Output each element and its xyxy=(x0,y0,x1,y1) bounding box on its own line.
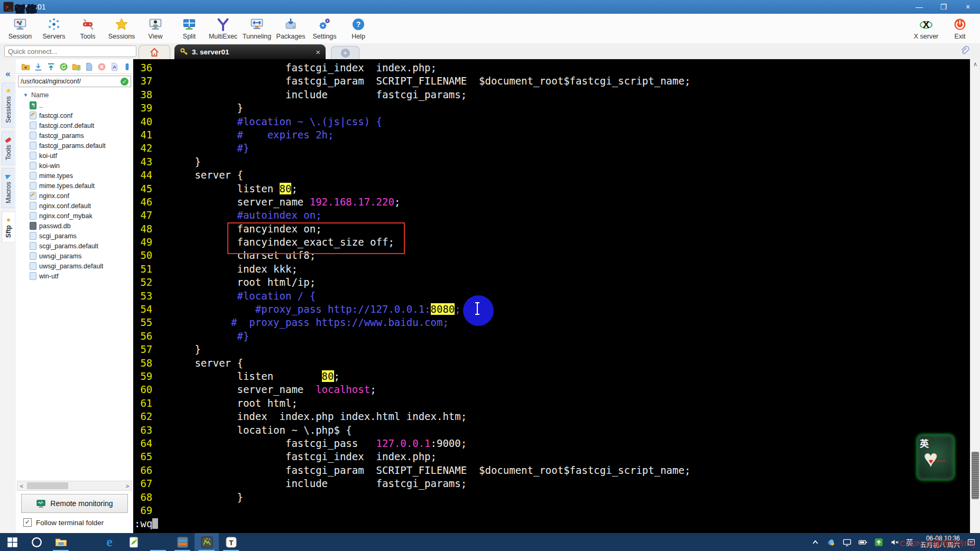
terminal-line-42: 42 #} xyxy=(134,142,970,155)
file-name: fastcgi_params xyxy=(39,132,84,139)
sidebar-tab-tools[interactable]: Tools xyxy=(2,131,15,165)
taskbar-app-vmware[interactable] xyxy=(170,533,195,551)
display-icon[interactable] xyxy=(843,538,852,547)
new-file-icon[interactable] xyxy=(85,62,94,71)
file-item-nginx.conf_mybak[interactable]: nginx.conf_mybak xyxy=(16,211,133,221)
sftp-path-input[interactable]: /usr/local/nginx/conf/ xyxy=(21,78,118,85)
file-item-nginx.conf.default[interactable]: nginx.conf.default xyxy=(16,201,133,211)
paperclip-icon[interactable] xyxy=(959,45,969,55)
file-item-..[interactable]: ↰.. xyxy=(16,100,133,110)
scroll-left-icon[interactable]: < xyxy=(17,483,26,489)
terminal-scrollbar[interactable]: ∧ xyxy=(970,59,980,533)
terminal-line-38: 38 include fastcgi_params; xyxy=(134,88,970,101)
taskbar-app-mobaxterm[interactable] xyxy=(195,533,219,551)
new-folder-icon[interactable] xyxy=(72,62,81,71)
info-icon[interactable] xyxy=(123,62,132,71)
close-button[interactable]: × xyxy=(956,0,980,14)
taskbar-app-typora[interactable]: T xyxy=(219,533,243,551)
toolbar-item-help[interactable]: ?Help xyxy=(341,15,375,42)
toolbar-item-split[interactable]: Split xyxy=(172,15,206,42)
file-item-uwsgi_params[interactable]: uwsgi_params xyxy=(16,251,133,261)
download-icon[interactable] xyxy=(34,62,43,71)
taskbar-app-start[interactable] xyxy=(0,533,24,551)
file-item-nginx.conf[interactable]: nginx.conf xyxy=(16,191,133,201)
file-item-passwd.db[interactable]: passwd.db xyxy=(16,221,133,231)
split-icon xyxy=(182,17,196,31)
sidebar-collapse-button[interactable]: « xyxy=(0,69,16,79)
toolbar-item-servers[interactable]: Servers xyxy=(37,15,71,42)
minimize-button[interactable]: — xyxy=(907,0,931,14)
file-item-fastcgi_params.default[interactable]: fastcgi_params.default xyxy=(16,141,133,151)
scroll-right-icon[interactable]: > xyxy=(123,483,132,489)
toolbar-item-tools[interactable]: Tools xyxy=(71,15,105,42)
toolbar-item-view[interactable]: View xyxy=(138,15,172,42)
file-item-fastcgi.conf[interactable]: fastcgi.conf xyxy=(16,110,133,120)
terminal-line-61: 61 root html; xyxy=(134,397,970,410)
sidebar-tab-macros[interactable]: Macros xyxy=(2,168,15,208)
taskbar-app-edge[interactable]: e xyxy=(97,533,122,551)
terminal[interactable]: 36 fastcgi_index index.php;37 fastcgi_pa… xyxy=(133,59,970,533)
taskbar-app-cortana[interactable] xyxy=(24,533,49,551)
file-tree-header[interactable]: ▼ Name xyxy=(16,89,133,100)
delete-icon[interactable] xyxy=(97,62,106,71)
toolbar-item-settings[interactable]: Settings xyxy=(308,15,341,42)
refresh-icon[interactable] xyxy=(59,62,68,71)
terminal-line-68: 68 } xyxy=(134,491,970,504)
ime-skin-badge[interactable]: 英 ♥ ♥ Heart xyxy=(917,435,954,480)
green-upload-icon[interactable] xyxy=(874,538,883,547)
terminal-line-43: 43 } xyxy=(134,155,970,169)
toolbar-item-multiexec[interactable]: MultiExec xyxy=(206,15,240,42)
line-number: 53 xyxy=(134,289,152,303)
taskbar-app-browser-360[interactable] xyxy=(73,533,97,551)
upload-icon[interactable] xyxy=(47,62,56,71)
encoding-a-icon[interactable]: A xyxy=(110,62,119,71)
sidebar-tab-sessions[interactable]: Sessions★ xyxy=(2,82,15,128)
file-item-koi-win[interactable]: koi-win xyxy=(16,161,133,171)
file-item-fastcgi_params[interactable]: fastcgi_params xyxy=(16,130,133,141)
line-number: 39 xyxy=(134,101,152,115)
path-ok-icon[interactable]: ✓ xyxy=(121,78,128,86)
file-name: nginx.conf.default xyxy=(39,202,91,210)
sftp-horizontal-scrollbar[interactable]: < > xyxy=(17,481,132,491)
volume-muted-icon[interactable] xyxy=(890,538,899,547)
file-item-fastcgi.conf.default[interactable]: fastcgi.conf.default xyxy=(16,120,133,130)
toolbar-item-packages[interactable]: Packages xyxy=(274,15,308,42)
battery-icon[interactable] xyxy=(858,538,867,547)
sidebar-tab-sftp[interactable]: Sftp● xyxy=(2,211,15,242)
file-item-scgi_params.default[interactable]: scgi_params.default xyxy=(16,241,133,251)
toolbar-item-tunneling[interactable]: Tunneling xyxy=(240,15,274,42)
home-tab[interactable] xyxy=(138,45,170,59)
file-item-scgi_params[interactable]: scgi_params xyxy=(16,231,133,241)
toolbar-item-label: MultiExec xyxy=(209,33,237,40)
new-tab-button[interactable]: + xyxy=(331,46,359,59)
taskbar-app-chrome[interactable] xyxy=(146,533,170,551)
scroll-thumb[interactable] xyxy=(27,482,68,489)
cloud-sync-icon[interactable] xyxy=(827,538,836,547)
follow-terminal-folder-checkbox[interactable]: ✓ xyxy=(23,518,32,527)
line-number: 46 xyxy=(134,195,152,209)
file-item-mime.types.default[interactable]: mime.types.default xyxy=(16,181,133,191)
file-item-mime.types[interactable]: mime.types xyxy=(16,171,133,181)
toolbar-item-x-server[interactable]: XX server xyxy=(909,15,943,42)
file-item-koi-utf[interactable]: koi-utf xyxy=(16,151,133,161)
quick-connect-input[interactable] xyxy=(4,45,136,57)
folder-up-icon[interactable] xyxy=(21,62,30,71)
toolbar-item-session[interactable]: Session xyxy=(3,15,37,42)
taskbar-app-notepad-plus[interactable] xyxy=(122,533,146,551)
toolbar-item-sessions[interactable]: Sessions xyxy=(105,15,138,42)
line-number: 56 xyxy=(134,330,152,343)
file-item-uwsgi_params.default[interactable]: uwsgi_params.default xyxy=(16,261,133,271)
view-icon xyxy=(149,17,162,31)
file-item-win-utf[interactable]: win-utf xyxy=(16,271,133,281)
tab-close-icon[interactable]: × xyxy=(316,48,320,57)
toolbar-item-exit[interactable]: Exit xyxy=(943,15,977,42)
tab-server01[interactable]: 3. server01 × xyxy=(174,44,326,59)
maximize-button[interactable]: ❐ xyxy=(931,0,956,14)
taskbar-app-file-explorer[interactable] xyxy=(49,533,73,551)
chevron-up-icon[interactable] xyxy=(811,538,820,547)
sidebar-tab-label: Sessions xyxy=(5,96,12,123)
terminal-scroll-thumb[interactable] xyxy=(972,452,979,499)
remote-monitoring-button[interactable]: Remote monitoring xyxy=(21,494,128,513)
heart-text: Heart xyxy=(935,459,945,463)
scroll-up-icon[interactable]: ∧ xyxy=(970,59,980,68)
